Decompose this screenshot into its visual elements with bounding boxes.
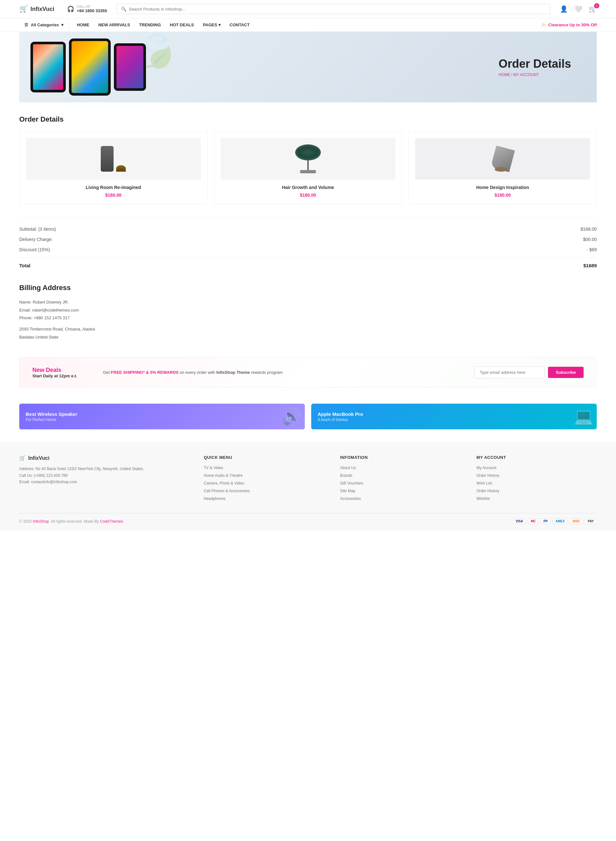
nl-form: Subscribe: [474, 367, 584, 378]
nav-pages[interactable]: PAGES ▾: [198, 18, 225, 31]
order-item-1-name: Living Room Re-imagined: [26, 185, 201, 190]
footer-info-title: INFOMATION: [340, 455, 461, 460]
nav-hot-deals[interactable]: HOT DEALS: [165, 18, 198, 31]
discount-value: - $69: [587, 247, 597, 252]
categories-dropdown[interactable]: ☰ All Categories ▾: [19, 18, 69, 31]
footer-copyright-link1[interactable]: InfixShop: [33, 519, 49, 524]
billing-email: Email: robert@codethemes.com: [19, 307, 597, 314]
nav-contact[interactable]: CONTACT: [225, 18, 254, 31]
footer-link-brands[interactable]: Brands: [340, 473, 352, 478]
footer-email: Email: contactinfo@infixshop.com: [19, 479, 188, 485]
main-nav: ☰ All Categories ▾ HOME NEW ARRIVALS TRE…: [0, 18, 616, 32]
footer-link-camera[interactable]: Camera, Photo & Video: [204, 481, 244, 486]
footer-address: Address: No 40 Baria Sreet 133/2 NewYork…: [19, 465, 188, 472]
order-item-1: Living Room Re-imagined $180.00: [19, 131, 208, 204]
order-items: Living Room Re-imagined $180.00 Hair Gro…: [19, 131, 597, 204]
footer-copyright-link2[interactable]: CodeThemes: [100, 519, 123, 524]
visa-icon: VISA: [513, 518, 526, 524]
footer-link-order-history[interactable]: Order History: [477, 473, 499, 478]
logo[interactable]: 🛒 InfixVuci: [19, 5, 54, 13]
order-item-3-name: Home Design Inspiration: [415, 185, 590, 190]
sale-banner[interactable]: ✨ Clearance Up to 30% Off: [541, 22, 597, 27]
delivery-value: $00.00: [583, 237, 597, 242]
billing-address2: Badalas United State: [19, 333, 597, 341]
footer-logo[interactable]: 🛒 InfixVuci: [19, 455, 188, 461]
list-item: Cell Phones & Accessories: [204, 488, 324, 493]
footer-link-headphones[interactable]: Headphones: [204, 496, 226, 501]
footer-link-account[interactable]: My Account: [477, 465, 496, 470]
discount-label: Discount (15%): [19, 247, 50, 252]
footer-call: Call Us: (+084) 123.456.789: [19, 472, 188, 479]
nav-links: HOME NEW ARRIVALS TRENDING HOT DEALS PAG…: [72, 18, 254, 31]
summary-delivery-row: Delivery Charge: $00.00: [19, 234, 597, 245]
billing-name: Name: Robert Downey JR.: [19, 298, 597, 307]
hero-title: Order Details: [499, 57, 571, 70]
footer-link-order-history-2[interactable]: Order History: [477, 489, 499, 493]
user-icon[interactable]: 👤: [560, 5, 568, 13]
footer-link-phones[interactable]: Cell Phones & Accessories: [204, 489, 249, 493]
footer-link-wishlist[interactable]: Wishlist: [477, 496, 490, 501]
footer-quick-menu-title: QUICK MENU: [204, 455, 324, 460]
order-item-3-price: $180.00: [415, 192, 590, 198]
promo-1-title: Best Wireless Speaker: [26, 411, 77, 417]
order-item-1-price: $180.00: [26, 192, 201, 198]
list-item: Order History: [477, 488, 597, 493]
list-item: Wish List: [477, 480, 597, 486]
billing-phone: Phone: +880 152 1475 317: [19, 314, 597, 322]
cart-badge: 0: [594, 3, 599, 8]
sale-icon: ✨: [541, 22, 546, 27]
categories-label: All Categories: [31, 22, 59, 27]
breadcrumb-separator: /: [511, 72, 513, 77]
list-item: My Account: [477, 465, 597, 470]
list-item: TV & Video: [204, 465, 324, 470]
nav-new-arrivals[interactable]: NEW ARRIVALS: [94, 18, 135, 31]
call-us: 🎧 CALL US +84 1800 33355: [67, 5, 107, 13]
header: 🛒 InfixVuci 🎧 CALL US +84 1800 33355 🔍 👤…: [0, 0, 616, 18]
footer-link-vouchers[interactable]: Gift Vouchers: [340, 481, 363, 486]
hamburger-icon: ☰: [24, 22, 28, 27]
nl-email-input[interactable]: [474, 367, 545, 378]
billing-title: Billing Address: [19, 284, 597, 292]
footer-link-tv[interactable]: TV & Video: [204, 465, 223, 470]
summary-subtotal-row: Subtotal: (3 Items) $168.00: [19, 224, 597, 234]
cart-icon[interactable]: 🛒 0: [589, 5, 597, 13]
sale-text: Clearance Up to 30% Off: [548, 22, 597, 27]
promo-2-title: Apple MacBook Pro: [318, 411, 363, 417]
footer-link-about[interactable]: About Us: [340, 465, 356, 470]
tablet-2: [69, 38, 111, 95]
logo-text: InfixVuci: [31, 6, 54, 13]
footer-link-sitemap[interactable]: Site Map: [340, 489, 355, 493]
footer-logo-icon: 🛒: [19, 455, 26, 461]
mastercard-icon: MC: [528, 518, 539, 524]
tablet-1: [31, 42, 66, 92]
hero-banner: 🍃 Order Details HOME / MY ACCOUNT: [19, 32, 597, 102]
search-input[interactable]: [129, 7, 546, 12]
order-item-2: Hair Growth and Volume $180.00: [214, 131, 402, 204]
nl-subscribe-button[interactable]: Subscribe: [548, 367, 584, 378]
nav-trending[interactable]: TRENDING: [135, 18, 165, 31]
footer-logo-text: InfixVuci: [28, 455, 50, 461]
order-item-2-name: Hair Growth and Volume: [221, 185, 396, 190]
promo-banner-2[interactable]: 💻 Apple MacBook Pro A touch of Genius: [311, 404, 597, 429]
footer-account-title: MY ACCOUNT: [477, 455, 597, 460]
footer-copyright: © 2020 InfixShop. All rights reserved. M…: [19, 519, 124, 524]
order-item-3: Home Design Inspiration $180.00: [408, 131, 597, 204]
footer-link-wish-list[interactable]: Wish List: [477, 481, 492, 486]
search-bar[interactable]: 🔍: [117, 4, 550, 14]
list-item: Accessories: [340, 496, 461, 501]
footer-link-audio[interactable]: Home Audio & Theatre: [204, 473, 242, 478]
discover-icon: DISC: [569, 518, 583, 524]
total-label: Total: [19, 263, 31, 268]
promo-banner-1[interactable]: 🔊 Best Wireless Speaker For Perfect Home: [19, 404, 305, 429]
wishlist-icon[interactable]: 🤍: [574, 5, 582, 13]
breadcrumb-current[interactable]: MY ACCOUNT: [513, 72, 539, 77]
footer-quick-menu: QUICK MENU TV & Video Home Audio & Theat…: [204, 455, 324, 503]
billing-address1: 2593 Timbercrest Road, Chisana, Alaska: [19, 325, 597, 333]
footer-link-accessories[interactable]: Accessories: [340, 496, 361, 501]
order-item-1-image: [26, 138, 201, 180]
breadcrumb-home[interactable]: HOME: [499, 72, 510, 77]
list-item: Order History: [477, 473, 597, 478]
payment-icons: VISA MC PP AMEX DISC PAY: [513, 518, 597, 524]
nav-home[interactable]: HOME: [72, 18, 94, 31]
promo-2-subtitle: A touch of Genius: [318, 417, 363, 422]
